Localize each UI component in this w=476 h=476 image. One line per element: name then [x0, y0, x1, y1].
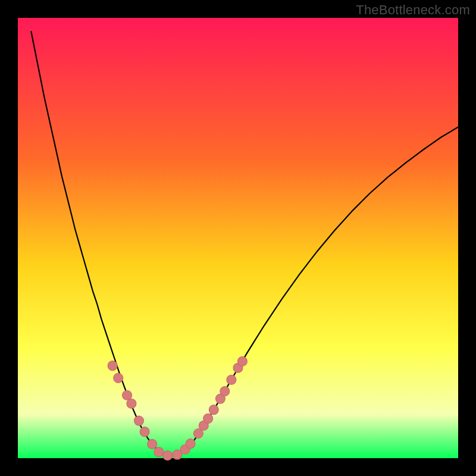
curve-marker — [163, 451, 173, 461]
curve-marker — [134, 416, 144, 425]
curve-marker — [220, 387, 230, 396]
curve-marker — [227, 375, 236, 384]
curve-marker — [114, 373, 123, 383]
bottleneck-curve — [31, 31, 458, 455]
curve-marker — [154, 447, 164, 457]
curve-marker — [237, 356, 247, 366]
chart-svg — [18, 18, 458, 458]
curve-group — [31, 31, 458, 455]
curve-marker — [127, 399, 136, 408]
chart-frame: TheBottleneck.com — [0, 0, 476, 476]
marker-group — [108, 356, 247, 460]
curve-marker — [108, 361, 117, 371]
curve-marker — [140, 427, 149, 437]
curve-marker — [148, 439, 157, 449]
curve-marker — [186, 439, 195, 449]
curve-marker — [203, 414, 213, 423]
curve-marker — [209, 405, 218, 415]
watermark-text: TheBottleneck.com — [356, 2, 470, 18]
curve-marker — [123, 390, 132, 400]
